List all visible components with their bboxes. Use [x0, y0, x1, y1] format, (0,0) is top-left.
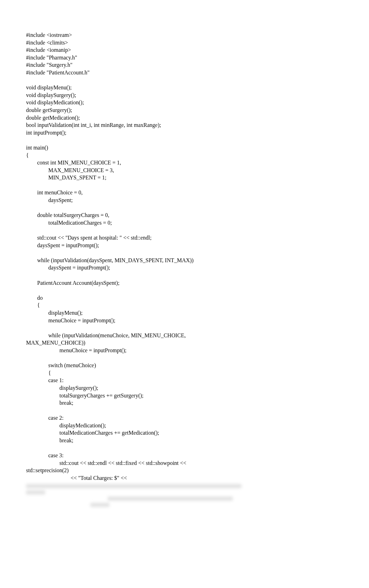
code-line [26, 76, 348, 84]
code-line: void displayMenu(); [26, 84, 348, 91]
code-line: #include "Pharmacy.h" [26, 54, 348, 62]
code-line: int main() [26, 144, 348, 152]
code-line: totalMedicationCharges = 0; [26, 219, 348, 227]
code-line [26, 407, 348, 414]
blurred-line [26, 490, 45, 494]
code-line: MIN_DAYS_SPENT = 1; [26, 174, 348, 182]
code-line: #include <climits> [26, 39, 348, 47]
code-line: daysSpent = inputPrompt(); [26, 242, 348, 249]
code-line: bool inputValidation(int int_i, int minR… [26, 121, 348, 129]
code-line: while (inputValidation(menuChoice, MIN_M… [26, 332, 348, 339]
code-block: #include <iostream>#include <climits>#in… [26, 31, 348, 482]
code-line: void displayMedication(); [26, 99, 348, 106]
code-line: << "Total Charges: $" << [26, 474, 348, 482]
code-line: double getSurgery(); [26, 106, 348, 114]
code-line [26, 324, 348, 332]
code-line: displaySurgery(); [26, 384, 348, 392]
code-line: break; [26, 437, 348, 444]
code-line: std::setprecision(2) [26, 467, 348, 474]
code-line: MAX_MENU_CHOICE = 3, [26, 167, 348, 174]
code-line [26, 226, 348, 234]
code-line [26, 444, 348, 452]
code-line: menuChoice = inputPrompt(); [26, 317, 348, 324]
code-line: break; [26, 399, 348, 407]
code-line: std::cout << std::endl << std::fixed << … [26, 459, 348, 467]
code-line [26, 287, 348, 294]
blurred-line [108, 497, 233, 501]
code-line: case 3: [26, 452, 348, 459]
code-line: #include <iostream> [26, 31, 348, 39]
code-line: displayMenu(); [26, 309, 348, 317]
blurred-line [90, 503, 109, 507]
code-line: #include "Surgery.h" [26, 61, 348, 69]
blurred-line [26, 484, 241, 488]
code-line: int inputPrompt(); [26, 129, 348, 137]
code-line: while (inputValidation(daysSpent, MIN_DA… [26, 257, 348, 264]
code-line: const int MIN_MENU_CHOICE = 1, [26, 159, 348, 167]
code-line: double totalSurgeryCharges = 0, [26, 211, 348, 219]
code-line: void displaySurgery(); [26, 91, 348, 99]
code-line: menuChoice = inputPrompt(); [26, 347, 348, 354]
code-line: { [26, 301, 348, 309]
code-line [26, 272, 348, 279]
code-line: std::cout << "Days spent at hospital: " … [26, 234, 348, 242]
code-line: #include "PatientAccount.h" [26, 69, 348, 76]
code-line: int menuChoice = 0, [26, 189, 348, 196]
code-line [26, 136, 348, 144]
code-line: totalMedicationCharges += getMedication(… [26, 429, 348, 437]
document-page: #include <iostream>#include <climits>#in… [0, 0, 369, 530]
code-line: switch (menuChoice) [26, 362, 348, 369]
code-line: daysSpent; [26, 196, 348, 204]
code-line [26, 204, 348, 212]
blurred-content-region [26, 484, 348, 507]
code-line [26, 354, 348, 362]
code-line: { [26, 152, 348, 159]
code-line: daysSpent = inputPrompt(); [26, 264, 348, 272]
code-line: displayMedication(); [26, 422, 348, 429]
code-line: do [26, 294, 348, 302]
code-line: totalSurgeryCharges += getSurgery(); [26, 392, 348, 400]
code-line: double getMedication(); [26, 114, 348, 122]
code-line: PatientAccount Account(daysSpent); [26, 279, 348, 287]
code-line: MAX_MENU_CHOICE)) [26, 339, 348, 347]
code-line: { [26, 369, 348, 377]
code-line: case 2: [26, 414, 348, 422]
code-line [26, 182, 348, 189]
code-line [26, 249, 348, 257]
code-line: #include <iomanip> [26, 46, 348, 54]
code-line: case 1: [26, 377, 348, 384]
